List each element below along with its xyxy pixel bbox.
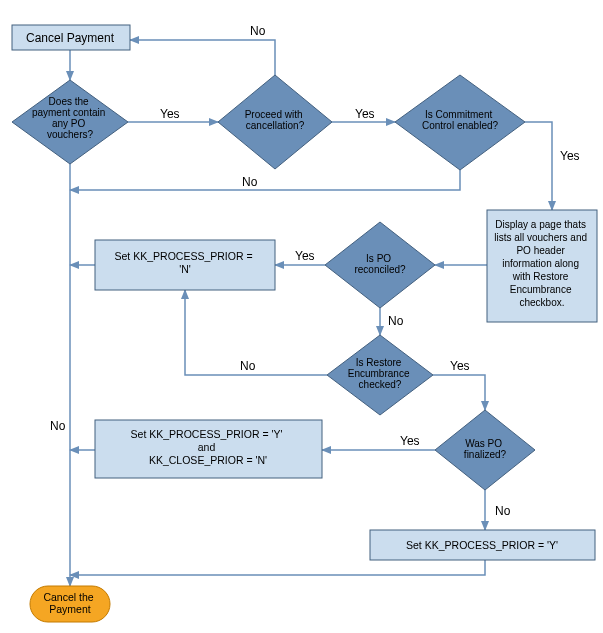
decision-po-reconciled: Is PO reconciled? <box>325 222 435 308</box>
decision-commitment: Is Commitment Control enabled? <box>395 75 525 170</box>
decision-label: Is Commitment Control enabled? <box>422 109 499 131</box>
edge-label: No <box>50 419 66 433</box>
edge-label: No <box>495 504 511 518</box>
edge-label: No <box>240 359 256 373</box>
terminator-label: Cancel the Payment <box>43 591 96 615</box>
edge-label: Yes <box>355 107 375 121</box>
process-display-page: Display a page thats lists all vouchers … <box>487 210 597 322</box>
start-node: Cancel Payment <box>12 25 130 50</box>
decision-label: Was PO finalized? <box>464 438 507 460</box>
decision-restore-encumbrance: Is Restore Encumbrance checked? <box>327 335 433 415</box>
decision-label: Proceed with cancellation? <box>245 109 306 131</box>
flowchart-canvas: No Yes Yes Yes No No Yes No No Yes Yes <box>0 0 603 633</box>
process-label: Set KK_PROCESS_PRIOR = 'Y' <box>406 539 558 551</box>
start-label: Cancel Payment <box>26 31 115 45</box>
edge-label: Yes <box>560 149 580 163</box>
edge-label: No <box>242 175 258 189</box>
decision-po-finalized: Was PO finalized? <box>435 410 535 490</box>
edge-label: Yes <box>400 434 420 448</box>
process-set-prior-y-close-n: Set KK_PROCESS_PRIOR = 'Y' and KK_CLOSE_… <box>95 420 322 478</box>
edge-label: Yes <box>295 249 315 263</box>
edge-label: Yes <box>160 107 180 121</box>
process-set-prior-y: Set KK_PROCESS_PRIOR = 'Y' <box>370 530 595 560</box>
edge-label: Yes <box>450 359 470 373</box>
edge-label: No <box>250 24 266 38</box>
edge-label: No <box>388 314 404 328</box>
decision-po-vouchers: Does the payment contain any PO vouchers… <box>12 80 128 164</box>
terminator-cancel-payment: Cancel the Payment <box>30 586 110 622</box>
decision-proceed: Proceed with cancellation? <box>218 75 332 169</box>
process-set-prior-n: Set KK_PROCESS_PRIOR = 'N' <box>95 240 275 290</box>
